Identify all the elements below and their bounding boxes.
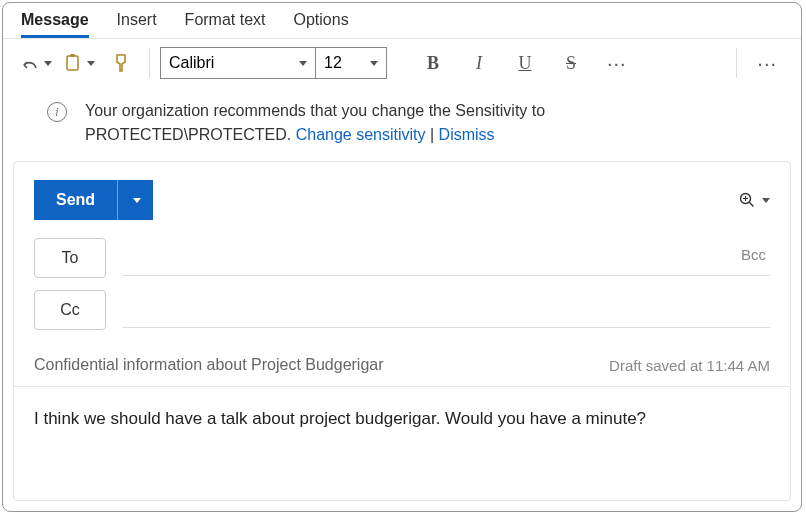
dismiss-link[interactable]: Dismiss xyxy=(439,126,495,143)
ribbon-tabs: Message Insert Format text Options xyxy=(3,3,801,38)
magnifier-plus-icon xyxy=(738,191,756,209)
tab-insert[interactable]: Insert xyxy=(117,11,157,38)
font-controls: Calibri 12 xyxy=(160,47,387,79)
chevron-down-icon xyxy=(762,198,770,203)
svg-rect-0 xyxy=(67,56,78,70)
message-body[interactable]: I think we should have a talk about proj… xyxy=(14,387,790,451)
font-name-select[interactable]: Calibri xyxy=(161,48,316,78)
cc-field[interactable] xyxy=(122,292,770,328)
strikethrough-button[interactable]: S xyxy=(551,47,591,79)
change-sensitivity-link[interactable]: Change sensitivity xyxy=(296,126,426,143)
zoom-button[interactable] xyxy=(738,191,770,209)
to-field[interactable]: Bcc xyxy=(122,240,770,276)
info-text: Your organization recommends that you ch… xyxy=(85,99,545,147)
tab-options[interactable]: Options xyxy=(294,11,349,38)
draft-status: Draft saved at 11:44 AM xyxy=(609,357,770,374)
svg-line-3 xyxy=(749,202,754,207)
info-line1: Your organization recommends that you ch… xyxy=(85,102,545,119)
chevron-down-icon xyxy=(299,61,307,66)
paste-button[interactable] xyxy=(60,52,97,74)
info-line2: PROTECTED\PROTECTED. xyxy=(85,126,296,143)
to-row: To Bcc xyxy=(14,232,790,284)
info-separator: | xyxy=(430,126,439,143)
send-split-button: Send xyxy=(34,180,153,220)
sensitivity-info-bar: i Your organization recommends that you … xyxy=(3,87,801,161)
send-button[interactable]: Send xyxy=(34,180,117,220)
italic-button[interactable]: I xyxy=(459,47,499,79)
font-size-select[interactable]: 12 xyxy=(316,48,386,78)
separator xyxy=(149,48,150,78)
tab-format-text[interactable]: Format text xyxy=(185,11,266,38)
to-button[interactable]: To xyxy=(34,238,106,278)
svg-rect-1 xyxy=(70,54,75,57)
bold-button[interactable]: B xyxy=(413,47,453,79)
subject-field[interactable]: Confidential information about Project B… xyxy=(34,356,593,374)
toolbar: Calibri 12 B I U S ··· ··· xyxy=(3,38,801,87)
font-size-value: 12 xyxy=(324,54,342,72)
subject-row: Confidential information about Project B… xyxy=(14,336,790,387)
compose-area: Send To Bcc Cc xyxy=(13,161,791,501)
tab-message[interactable]: Message xyxy=(21,11,89,38)
info-icon: i xyxy=(47,102,67,122)
send-options-button[interactable] xyxy=(117,180,153,220)
cc-row: Cc xyxy=(14,284,790,336)
separator xyxy=(736,48,737,78)
undo-button[interactable] xyxy=(17,53,54,73)
more-commands-button[interactable]: ··· xyxy=(747,52,787,75)
underline-button[interactable]: U xyxy=(505,47,545,79)
cc-button[interactable]: Cc xyxy=(34,290,106,330)
format-painter-button[interactable] xyxy=(103,47,139,79)
bcc-toggle[interactable]: Bcc xyxy=(741,246,766,263)
chevron-down-icon xyxy=(370,61,378,66)
font-name-value: Calibri xyxy=(169,54,214,72)
more-formatting-button[interactable]: ··· xyxy=(597,52,637,75)
send-row: Send xyxy=(14,162,790,232)
chevron-down-icon xyxy=(133,198,141,203)
compose-window: Message Insert Format text Options Calib… xyxy=(2,2,802,512)
